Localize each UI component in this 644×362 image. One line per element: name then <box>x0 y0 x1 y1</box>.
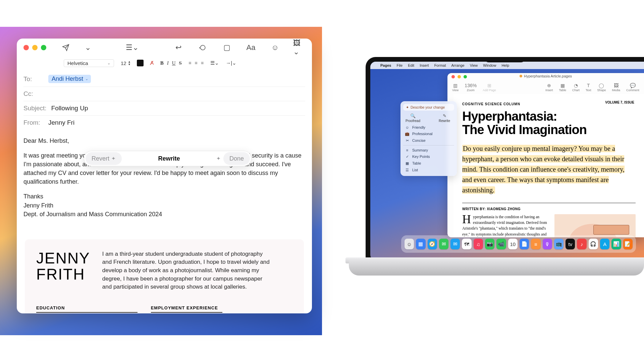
subject-label: Subject: <box>23 105 47 112</box>
markup-icon[interactable]: ▢ <box>221 42 233 54</box>
menu-window[interactable]: Window <box>483 63 496 67</box>
describe-change-input[interactable]: ✦ Describe your change <box>403 104 454 111</box>
dock-app-13[interactable]: 📺 <box>554 239 564 249</box>
to-recipient-pill[interactable]: Andi Herbst ⌄ <box>48 75 91 83</box>
option-summary[interactable]: ≡Summary <box>403 147 454 153</box>
shape-button[interactable]: ◯Shape <box>597 83 606 92</box>
dock-app-3[interactable]: ✉ <box>439 239 448 249</box>
rewrite-button[interactable]: ✎Rewrite <box>435 113 453 123</box>
dock-app-15[interactable]: ♪ <box>577 239 586 249</box>
font-selector[interactable]: Helvetica ⌄ <box>64 59 114 67</box>
close-icon[interactable] <box>451 75 455 78</box>
table-button[interactable]: ▦Table <box>559 83 566 92</box>
bold-button[interactable]: B <box>160 60 164 66</box>
titlebar: ⌄ ☰⌄ ↩ ▢ Aa ☺ 🖼⌄ <box>17 39 312 57</box>
dock-app-9[interactable]: 10 <box>508 239 518 249</box>
done-button[interactable]: Done <box>223 152 250 165</box>
from-value: Jenny Fri <box>48 119 74 126</box>
dock-app-2[interactable]: 🧭 <box>428 239 437 249</box>
dock-app-16[interactable]: 🎧 <box>589 239 598 249</box>
media-button[interactable]: 🖼Media <box>612 83 620 92</box>
app-name[interactable]: Pages <box>380 63 391 67</box>
menu-file[interactable]: File <box>396 63 402 67</box>
align-right-icon[interactable]: ≡ <box>201 60 204 66</box>
photo-icon[interactable]: 🖼⌄ <box>293 42 305 54</box>
option-concise[interactable]: ✂Concise <box>403 137 454 144</box>
dock-app-6[interactable]: ♫ <box>474 239 483 249</box>
byline: WRITTEN BY: XIAOMENG ZHONG <box>462 207 636 211</box>
dock-app-7[interactable]: 📷 <box>485 239 494 249</box>
dock-app-14[interactable]: tv <box>566 239 575 249</box>
to-row[interactable]: To: Andi Herbst ⌄ <box>23 71 305 87</box>
zoom-button[interactable]: 136%Zoom <box>465 83 477 92</box>
option-professional[interactable]: 💼Professional <box>403 130 454 137</box>
cc-row[interactable]: Cc: <box>23 87 305 101</box>
dock-app-11[interactable]: ≡ <box>531 239 540 249</box>
underline-button[interactable]: U <box>172 60 176 66</box>
style-group: B I U S <box>160 60 182 66</box>
option-list[interactable]: ☰List <box>403 167 454 173</box>
insert-button[interactable]: ⊕Insert <box>545 83 553 92</box>
menu-edit[interactable]: Edit <box>408 63 414 67</box>
chevron-down-icon[interactable]: ⌄ <box>84 42 92 54</box>
reply-icon[interactable]: ↩ <box>172 42 184 54</box>
dock-app-0[interactable]: ☺ <box>405 239 414 249</box>
menu-arrange[interactable]: Arrange <box>451 63 464 67</box>
clear-style-icon[interactable]: A̸ <box>150 60 154 66</box>
text-color-swatch[interactable] <box>137 60 144 66</box>
dock-app-5[interactable]: 🗺 <box>462 239 471 249</box>
zoom-icon[interactable] <box>41 45 46 50</box>
dock-app-1[interactable]: ▦ <box>416 239 425 249</box>
menu-view[interactable]: View <box>470 63 478 67</box>
list-icon[interactable]: ☰⌄ <box>210 60 219 66</box>
align-left-icon[interactable]: ≡ <box>189 60 191 66</box>
proofread-button[interactable]: 🔍Proofread <box>404 113 422 123</box>
from-row[interactable]: From: Jenny Fri <box>23 116 305 130</box>
writing-tools-pill: Revert ✦ Rewrite ✦ Done <box>84 151 252 166</box>
add-page-button[interactable]: ⊞Add Page <box>483 83 496 92</box>
sparkle-icon: ✦ <box>406 105 409 109</box>
subject-row[interactable]: Subject: Following Up <box>23 101 305 116</box>
document-page[interactable]: COGNITIVE SCIENCE COLUMN VOLUME 7, ISSUE… <box>453 94 644 237</box>
email-body[interactable]: Dear Ms. Herbst, It was great meeting yo… <box>17 130 312 231</box>
dock-app-10[interactable]: 📄 <box>520 239 529 249</box>
header-fields-icon[interactable]: ☰⌄ <box>126 42 138 54</box>
zoom-icon[interactable] <box>464 75 467 78</box>
dock-app-18[interactable]: 📊 <box>611 239 621 249</box>
strike-button[interactable]: S <box>179 60 182 66</box>
dock-app-12[interactable]: 🎙 <box>543 239 552 249</box>
minimize-icon[interactable] <box>458 75 461 78</box>
menu-format[interactable]: Format <box>434 63 446 67</box>
format-icon[interactable]: Aa <box>245 42 257 54</box>
revert-button[interactable]: Revert ✦ <box>86 152 122 165</box>
menu-insert[interactable]: Insert <box>420 63 429 67</box>
menu-help[interactable]: Help <box>501 63 509 67</box>
body-column: Hyperphantasia is the condition of havin… <box>462 214 548 237</box>
text-button[interactable]: TText <box>586 83 591 92</box>
lead-paragraph: Do you easily conjure up mental imagery?… <box>462 143 636 195</box>
font-size-input[interactable]: 12 ▴▾ <box>121 60 130 66</box>
cv-attachment[interactable]: JENNY FRITH I am a third-year student un… <box>25 239 304 313</box>
writing-tools-panel: ✦ Describe your change 🔍Proofread ✎Rewri… <box>400 101 457 176</box>
view-button[interactable]: ▥View <box>452 83 459 92</box>
option-table[interactable]: ▦Table <box>403 160 454 167</box>
option-friendly[interactable]: ☺Friendly <box>403 124 454 130</box>
emoji-icon[interactable]: ☺ <box>269 42 281 54</box>
document-title: Hyperphantasia Article.pages <box>520 74 572 78</box>
dock-app-19[interactable]: 📝 <box>623 239 633 249</box>
option-keypoints[interactable]: ✓Key Points <box>403 153 454 160</box>
dock-app-8[interactable]: 📹 <box>496 239 506 249</box>
send-icon[interactable] <box>60 42 72 54</box>
italic-button[interactable]: I <box>167 60 169 66</box>
dock-app-17[interactable]: A <box>600 239 609 249</box>
magnifier-icon: 🔍 <box>410 113 416 118</box>
dock-app-4[interactable]: ✉ <box>450 239 460 249</box>
close-icon[interactable] <box>23 45 29 50</box>
traffic-lights <box>23 45 46 50</box>
minimize-icon[interactable] <box>32 45 38 50</box>
indent-icon[interactable]: →|⌄ <box>226 60 236 66</box>
align-center-icon[interactable]: ≡ <box>195 60 197 66</box>
comment-button[interactable]: 💬Comment <box>626 83 639 92</box>
attach-icon[interactable] <box>197 42 209 54</box>
chart-button[interactable]: ◔Chart <box>572 83 580 92</box>
